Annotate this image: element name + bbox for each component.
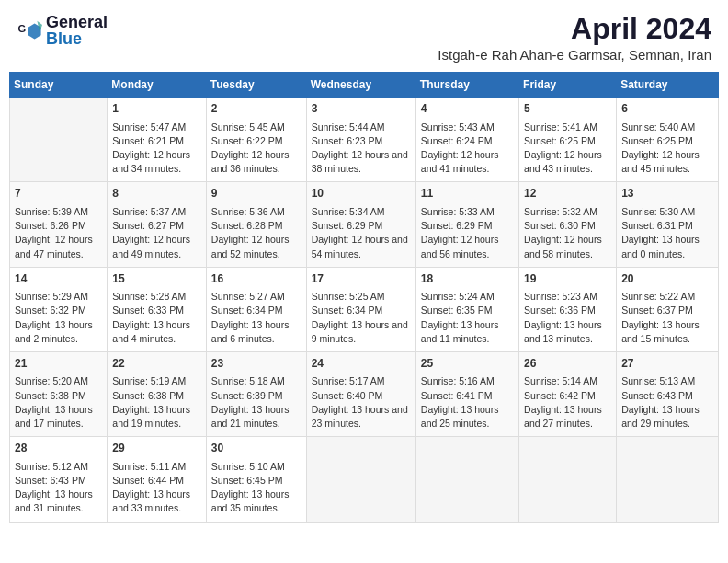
calendar-header-row: SundayMondayTuesdayWednesdayThursdayFrid… xyxy=(10,73,719,98)
cell-info: Sunset: 6:36 PM xyxy=(524,304,611,317)
cell-info: Daylight: 12 hours and 36 minutes. xyxy=(211,148,301,176)
cell-info: Sunset: 6:40 PM xyxy=(312,389,411,403)
cell-info: Sunset: 6:25 PM xyxy=(524,134,611,148)
calendar-cell: 5Sunrise: 5:41 AMSunset: 6:25 PMDaylight… xyxy=(519,98,617,182)
svg-text:G: G xyxy=(17,23,26,34)
cell-info: Sunset: 6:23 PM xyxy=(312,134,411,148)
day-number: 8 xyxy=(112,186,200,201)
cell-info: Daylight: 13 hours and 19 minutes. xyxy=(112,403,200,431)
day-number: 15 xyxy=(112,271,200,287)
cell-info: Sunrise: 5:47 AM xyxy=(112,121,200,134)
cell-info: Sunrise: 5:41 AM xyxy=(524,121,611,134)
cell-info: Sunrise: 5:36 AM xyxy=(211,205,301,219)
cell-info: Sunrise: 5:24 AM xyxy=(421,290,514,304)
logo: G General Blue xyxy=(17,13,108,49)
calendar-week-row: 21Sunrise: 5:20 AMSunset: 6:38 PMDayligh… xyxy=(10,351,719,436)
calendar-week-row: 1Sunrise: 5:47 AMSunset: 6:21 PMDaylight… xyxy=(10,98,719,182)
cell-info: Daylight: 13 hours and 29 minutes. xyxy=(621,403,713,431)
calendar-cell: 30Sunrise: 5:10 AMSunset: 6:45 PMDayligh… xyxy=(206,437,306,522)
calendar-cell xyxy=(10,98,108,182)
calendar-cell: 18Sunrise: 5:24 AMSunset: 6:35 PMDayligh… xyxy=(415,267,518,351)
calendar-week-row: 28Sunrise: 5:12 AMSunset: 6:43 PMDayligh… xyxy=(10,437,719,522)
calendar-cell: 10Sunrise: 5:34 AMSunset: 6:29 PMDayligh… xyxy=(306,182,415,267)
cell-info: Sunrise: 5:23 AM xyxy=(524,290,611,304)
calendar-cell: 12Sunrise: 5:32 AMSunset: 6:30 PMDayligh… xyxy=(519,182,617,267)
cell-info: Daylight: 12 hours and 56 minutes. xyxy=(421,233,514,260)
title-block: April 2024 Istgah-e Rah Ahan-e Garmsar, … xyxy=(438,13,711,63)
calendar-cell: 14Sunrise: 5:29 AMSunset: 6:32 PMDayligh… xyxy=(10,267,108,351)
calendar-cell: 11Sunrise: 5:33 AMSunset: 6:29 PMDayligh… xyxy=(415,182,518,267)
cell-info: Sunrise: 5:32 AM xyxy=(524,205,611,219)
day-number: 28 xyxy=(15,441,102,456)
calendar-cell: 29Sunrise: 5:11 AMSunset: 6:44 PMDayligh… xyxy=(108,437,206,522)
calendar-cell: 2Sunrise: 5:45 AMSunset: 6:22 PMDaylight… xyxy=(206,98,306,182)
cell-info: Daylight: 13 hours and 6 minutes. xyxy=(211,318,301,346)
calendar-table: SundayMondayTuesdayWednesdayThursdayFrid… xyxy=(9,72,719,522)
cell-info: Sunset: 6:27 PM xyxy=(112,219,200,233)
cell-info: Sunset: 6:31 PM xyxy=(621,219,713,233)
cell-info: Sunset: 6:33 PM xyxy=(112,304,200,317)
day-number: 27 xyxy=(621,356,713,372)
day-number: 18 xyxy=(421,271,514,287)
logo-icon: G xyxy=(17,18,42,44)
day-number: 29 xyxy=(112,441,200,456)
calendar-cell: 27Sunrise: 5:13 AMSunset: 6:43 PMDayligh… xyxy=(617,351,719,436)
calendar-cell: 6Sunrise: 5:40 AMSunset: 6:25 PMDaylight… xyxy=(617,98,719,182)
cell-info: Daylight: 13 hours and 13 minutes. xyxy=(524,318,611,346)
header-cell-sunday: Sunday xyxy=(10,73,108,98)
day-number: 3 xyxy=(312,101,411,117)
day-number: 23 xyxy=(211,356,301,372)
cell-info: Daylight: 12 hours and 41 minutes. xyxy=(421,148,514,176)
cell-info: Sunset: 6:34 PM xyxy=(312,304,411,317)
cell-info: Sunset: 6:44 PM xyxy=(112,474,200,488)
cell-info: Sunset: 6:43 PM xyxy=(15,474,102,488)
day-number: 11 xyxy=(421,186,514,201)
location-title: Istgah-e Rah Ahan-e Garmsar, Semnan, Ira… xyxy=(438,47,711,63)
header-cell-tuesday: Tuesday xyxy=(206,73,306,98)
cell-info: Daylight: 12 hours and 43 minutes. xyxy=(524,148,611,176)
logo-text: General Blue xyxy=(46,13,108,49)
cell-info: Daylight: 12 hours and 54 minutes. xyxy=(312,233,411,260)
day-number: 22 xyxy=(112,356,200,372)
calendar-cell xyxy=(306,437,415,522)
cell-info: Sunset: 6:39 PM xyxy=(211,389,301,403)
cell-info: Sunrise: 5:39 AM xyxy=(15,205,102,219)
day-number: 14 xyxy=(15,271,102,287)
cell-info: Sunset: 6:30 PM xyxy=(524,219,611,233)
cell-info: Daylight: 13 hours and 21 minutes. xyxy=(211,403,301,431)
calendar-cell: 25Sunrise: 5:16 AMSunset: 6:41 PMDayligh… xyxy=(415,351,518,436)
cell-info: Sunset: 6:26 PM xyxy=(15,219,102,233)
cell-info: Sunrise: 5:17 AM xyxy=(312,374,411,388)
cell-info: Daylight: 13 hours and 2 minutes. xyxy=(15,318,102,346)
day-number: 20 xyxy=(621,271,713,287)
cell-info: Sunrise: 5:12 AM xyxy=(15,460,102,474)
day-number: 10 xyxy=(312,186,411,201)
cell-info: Daylight: 13 hours and 31 minutes. xyxy=(15,488,102,515)
cell-info: Daylight: 13 hours and 27 minutes. xyxy=(524,403,611,431)
calendar-cell: 16Sunrise: 5:27 AMSunset: 6:34 PMDayligh… xyxy=(206,267,306,351)
cell-info: Sunset: 6:35 PM xyxy=(421,304,514,317)
calendar-cell: 23Sunrise: 5:18 AMSunset: 6:39 PMDayligh… xyxy=(206,351,306,436)
header-cell-wednesday: Wednesday xyxy=(306,73,415,98)
day-number: 17 xyxy=(312,271,411,287)
cell-info: Daylight: 12 hours and 49 minutes. xyxy=(112,233,200,260)
cell-info: Sunrise: 5:13 AM xyxy=(621,374,713,388)
cell-info: Sunset: 6:29 PM xyxy=(421,219,514,233)
cell-info: Daylight: 13 hours and 35 minutes. xyxy=(211,488,301,515)
calendar-cell: 17Sunrise: 5:25 AMSunset: 6:34 PMDayligh… xyxy=(306,267,415,351)
calendar-cell: 8Sunrise: 5:37 AMSunset: 6:27 PMDaylight… xyxy=(108,182,206,267)
calendar-cell: 15Sunrise: 5:28 AMSunset: 6:33 PMDayligh… xyxy=(108,267,206,351)
day-number: 30 xyxy=(211,441,301,456)
calendar-cell: 7Sunrise: 5:39 AMSunset: 6:26 PMDaylight… xyxy=(10,182,108,267)
header-cell-monday: Monday xyxy=(108,73,206,98)
cell-info: Sunrise: 5:10 AM xyxy=(211,460,301,474)
cell-info: Sunset: 6:21 PM xyxy=(112,134,200,148)
cell-info: Sunrise: 5:37 AM xyxy=(112,205,200,219)
day-number: 26 xyxy=(524,356,611,372)
day-number: 1 xyxy=(112,101,200,117)
calendar-cell xyxy=(617,437,719,522)
cell-info: Daylight: 12 hours and 58 minutes. xyxy=(524,233,611,260)
calendar-week-row: 7Sunrise: 5:39 AMSunset: 6:26 PMDaylight… xyxy=(10,182,719,267)
calendar-cell: 28Sunrise: 5:12 AMSunset: 6:43 PMDayligh… xyxy=(10,437,108,522)
cell-info: Sunrise: 5:25 AM xyxy=(312,290,411,304)
